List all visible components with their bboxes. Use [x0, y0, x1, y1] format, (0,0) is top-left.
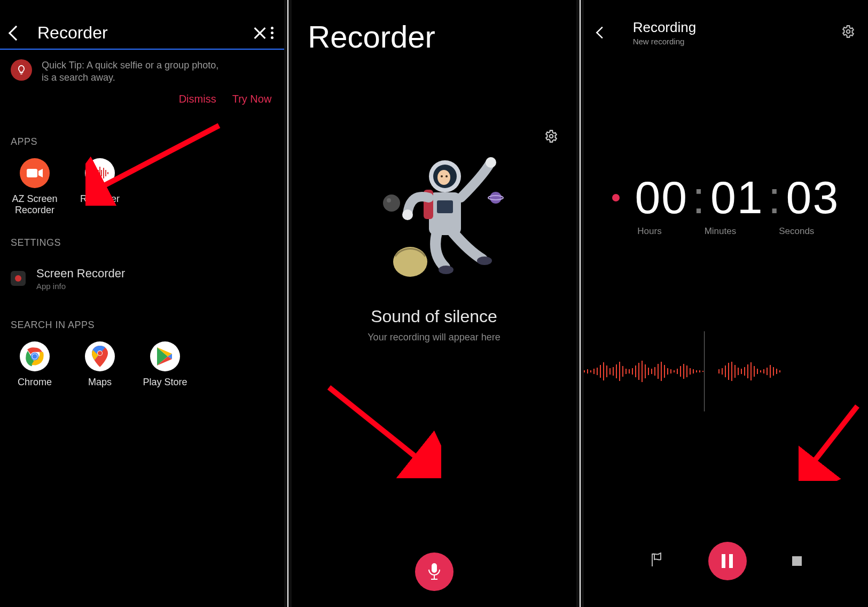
annotation-arrow-icon: [324, 382, 441, 478]
overflow-menu-icon[interactable]: [271, 27, 273, 39]
try-now-button[interactable]: Try Now: [232, 93, 272, 105]
svg-point-22: [393, 247, 427, 277]
app-recorder[interactable]: Recorder: [76, 158, 124, 216]
section-settings-label: SETTINGS: [0, 216, 284, 259]
svg-point-18: [383, 194, 400, 212]
clear-icon[interactable]: [253, 26, 256, 41]
recording-timer: 00: 01: 03 Hours Minutes Seconds: [584, 171, 868, 237]
pause-icon: [722, 554, 725, 568]
stop-button[interactable]: [792, 556, 802, 566]
screen-search: Quick Tip: A quick selfie or a group pho…: [0, 0, 284, 607]
screen-recorder-empty: Recorder: [292, 0, 576, 607]
pause-button[interactable]: [708, 542, 747, 580]
empty-state: Sound of silence Your recording will app…: [292, 155, 576, 345]
hours-label: Hours: [637, 226, 661, 237]
app-label: Recorder: [80, 193, 120, 205]
lightbulb-icon: [11, 59, 32, 81]
audio-waveform: [584, 347, 868, 395]
svg-point-39: [847, 30, 850, 34]
settings-item-sub: App info: [36, 282, 125, 291]
svg-point-15: [98, 351, 102, 355]
app-play-store[interactable]: Play Store: [141, 341, 189, 388]
seconds-label: Seconds: [779, 226, 814, 237]
app-label: AZ Screen Recorder: [11, 193, 59, 216]
svg-point-19: [387, 198, 391, 203]
svg-point-34: [477, 256, 492, 265]
svg-rect-35: [432, 563, 437, 573]
section-apps-label: APPS: [0, 115, 284, 158]
svg-rect-24: [437, 200, 453, 213]
svg-point-32: [486, 157, 496, 168]
svg-point-13: [32, 354, 37, 359]
svg-point-33: [439, 266, 453, 274]
app-maps[interactable]: Maps: [76, 341, 124, 388]
app-az-screen-recorder[interactable]: AZ Screen Recorder: [11, 158, 59, 216]
chrome-icon: [20, 341, 50, 371]
tip-text: Quick Tip: A quick selfie or a group pho…: [42, 59, 223, 84]
annotation-arrow-icon: [799, 401, 863, 481]
svg-point-20: [490, 192, 502, 204]
svg-point-27: [437, 170, 450, 185]
timer-seconds: 03: [786, 171, 840, 224]
screen-recorder-setting-icon: [11, 271, 26, 286]
recording-indicator-icon: [612, 194, 620, 201]
recorder-icon: [85, 158, 115, 188]
az-screen-recorder-icon: [20, 158, 50, 188]
svg-point-29: [445, 175, 448, 177]
svg-point-31: [402, 209, 413, 220]
settings-icon[interactable]: [544, 129, 558, 145]
back-icon[interactable]: [596, 27, 608, 39]
play-store-icon: [150, 341, 180, 371]
empty-subtitle: Your recording will appear here: [367, 332, 500, 343]
record-button[interactable]: [415, 552, 453, 591]
microphone-icon: [427, 563, 441, 580]
svg-point-17: [549, 135, 553, 138]
svg-rect-0: [27, 169, 37, 177]
back-icon[interactable]: [9, 25, 24, 40]
app-label: Chrome: [18, 377, 52, 388]
empty-title: Sound of silence: [371, 307, 497, 326]
screen-recording-active: Recording New recording 00: 01: 03 Hours…: [584, 0, 868, 607]
section-search-in-apps-label: SEARCH IN APPS: [0, 298, 284, 341]
timer-minutes: 01: [710, 171, 764, 224]
settings-item-title: Screen Recorder: [36, 267, 125, 281]
app-label: Maps: [88, 377, 112, 388]
app-chrome[interactable]: Chrome: [11, 341, 59, 388]
page-title: Recording: [633, 19, 697, 36]
settings-icon[interactable]: [841, 25, 855, 41]
settings-item-screen-recorder[interactable]: Screen Recorder App info: [0, 259, 284, 298]
dismiss-button[interactable]: Dismiss: [179, 93, 216, 105]
page-subtitle: New recording: [633, 37, 697, 46]
minutes-label: Minutes: [705, 226, 737, 237]
quick-tip: Quick Tip: A quick selfie or a group pho…: [0, 50, 284, 88]
svg-line-38: [329, 387, 423, 462]
astronaut-illustration-icon: [354, 155, 514, 294]
maps-icon: [85, 341, 115, 371]
svg-point-28: [441, 175, 443, 177]
search-bar: [0, 0, 284, 50]
app-label: Play Store: [143, 377, 187, 388]
page-title: Recorder: [292, 0, 576, 55]
search-input[interactable]: [36, 22, 253, 43]
svg-line-40: [809, 406, 857, 468]
flag-button[interactable]: [650, 552, 663, 570]
timer-hours: 00: [635, 171, 688, 224]
